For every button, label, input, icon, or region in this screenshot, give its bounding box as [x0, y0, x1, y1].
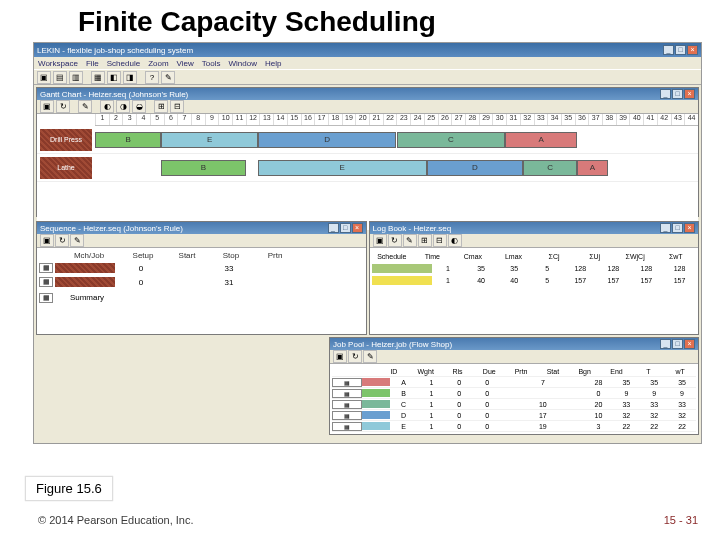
toolbar-button[interactable]: ✎	[161, 71, 175, 84]
minimize-button[interactable]: _	[663, 45, 674, 55]
gantt-bar[interactable]: D	[427, 160, 523, 176]
toolbar-button[interactable]: ▦	[91, 71, 105, 84]
job-id: A	[390, 379, 418, 386]
menu-item[interactable]: Window	[228, 59, 256, 68]
menu-item[interactable]: Workspace	[38, 59, 78, 68]
menu-item[interactable]: File	[86, 59, 99, 68]
maximize-button[interactable]: □	[675, 45, 686, 55]
job-row[interactable]: ▦D1001710323232	[332, 410, 696, 421]
toolbar-button[interactable]: ◐	[100, 100, 114, 113]
toolbar-button[interactable]: ⊟	[433, 234, 447, 247]
minimize-button[interactable]: _	[328, 223, 339, 233]
gantt-bar[interactable]: A	[577, 160, 607, 176]
ruler-tick: 24	[410, 114, 424, 125]
menu-item[interactable]: Help	[265, 59, 281, 68]
toolbar-button[interactable]: ✎	[403, 234, 417, 247]
job-row[interactable]: ▦C1001020333333	[332, 399, 696, 410]
gantt-ruler: 1234567891011121314151617181920212223242…	[95, 114, 698, 126]
job-id: C	[390, 401, 418, 408]
toolbar-button[interactable]: ▤	[53, 71, 67, 84]
toolbar-button[interactable]: ▣	[37, 71, 51, 84]
summary-icon[interactable]: ▦	[39, 293, 53, 303]
row-icon[interactable]: ▦	[39, 263, 53, 273]
close-button[interactable]: ×	[684, 223, 695, 233]
toolbar-button[interactable]: ◑	[116, 100, 130, 113]
toolbar-button[interactable]: ✎	[70, 234, 84, 247]
job-cell: 0	[445, 379, 473, 386]
minimize-button[interactable]: _	[660, 223, 671, 233]
gantt-bar[interactable]: E	[258, 160, 427, 176]
job-cell: 1	[418, 423, 446, 430]
gantt-bar[interactable]: D	[258, 132, 397, 148]
ruler-tick: 18	[328, 114, 342, 125]
log-row[interactable]: 135355128128128128	[372, 262, 697, 274]
job-row[interactable]: ▦E100193222222	[332, 421, 696, 432]
row-icon[interactable]: ▦	[332, 378, 362, 387]
job-cell: 0	[445, 423, 473, 430]
close-button[interactable]: ×	[684, 89, 695, 99]
job-cell: 0	[445, 412, 473, 419]
toolbar-button[interactable]: ▣	[333, 350, 347, 363]
close-button[interactable]: ×	[352, 223, 363, 233]
maximize-button[interactable]: □	[672, 223, 683, 233]
toolbar-button[interactable]: ◒	[132, 100, 146, 113]
maximize-button[interactable]: □	[340, 223, 351, 233]
machine-label: Lathe	[40, 157, 92, 179]
log-titlebar: Log Book - Heizer.seq _□×	[370, 222, 699, 234]
ruler-tick: 8	[191, 114, 205, 125]
gantt-bar[interactable]: E	[161, 132, 257, 148]
toolbar-button[interactable]: ?	[145, 71, 159, 84]
sequence-row[interactable]: ▦033	[39, 261, 364, 275]
job-row[interactable]: ▦A100728353535	[332, 377, 696, 388]
row-icon[interactable]: ▦	[39, 277, 53, 287]
row-icon[interactable]: ▦	[332, 389, 362, 398]
log-cell: 128	[630, 265, 663, 272]
menu-item[interactable]: Tools	[202, 59, 221, 68]
job-swatch	[362, 422, 390, 430]
toolbar-button[interactable]: ↻	[55, 234, 69, 247]
row-icon[interactable]: ▦	[332, 422, 362, 431]
toolbar-button[interactable]: ▣	[373, 234, 387, 247]
gantt-bar[interactable]: B	[95, 132, 161, 148]
menu-item[interactable]: Zoom	[148, 59, 168, 68]
toolbar-button[interactable]: ↻	[348, 350, 362, 363]
gantt-bar[interactable]: C	[397, 132, 506, 148]
bar-track: BEDCA	[95, 130, 698, 150]
row-icon[interactable]: ▦	[332, 400, 362, 409]
toolbar-button[interactable]: ↻	[56, 100, 70, 113]
menu-item[interactable]: View	[177, 59, 194, 68]
toolbar-button[interactable]: ✎	[363, 350, 377, 363]
close-button[interactable]: ×	[684, 339, 695, 349]
minimize-button[interactable]: _	[660, 89, 671, 99]
toolbar-button[interactable]: ↻	[388, 234, 402, 247]
toolbar-button[interactable]: ⊞	[418, 234, 432, 247]
toolbar-button[interactable]: ◐	[448, 234, 462, 247]
log-header: ScheduleTimeCmaxLmaxΣCjΣUjΣWjCjΣwT	[372, 250, 697, 262]
gantt-bar[interactable]: C	[523, 160, 577, 176]
toolbar-button[interactable]: ▥	[69, 71, 83, 84]
toolbar-button[interactable]: ⊟	[170, 100, 184, 113]
menu-item[interactable]: Schedule	[107, 59, 140, 68]
job-cell: 10	[585, 412, 613, 419]
toolbar-button[interactable]: ▣	[40, 234, 54, 247]
gantt-bar[interactable]: A	[505, 132, 577, 148]
log-col: Schedule	[372, 253, 413, 260]
maximize-button[interactable]: □	[672, 339, 683, 349]
minimize-button[interactable]: _	[660, 339, 671, 349]
toolbar-button[interactable]: ▣	[40, 100, 54, 113]
toolbar-button[interactable]: ✎	[78, 100, 92, 113]
ruler-tick: 13	[259, 114, 273, 125]
ruler-tick: 21	[369, 114, 383, 125]
job-cell: 35	[612, 379, 640, 386]
row-icon[interactable]: ▦	[332, 411, 362, 420]
toolbar-button[interactable]: ◨	[123, 71, 137, 84]
log-row[interactable]: 140405157157157157	[372, 274, 697, 286]
job-row[interactable]: ▦B1000999	[332, 388, 696, 399]
sequence-row[interactable]: ▦031	[39, 275, 364, 289]
gantt-bar[interactable]: B	[161, 160, 245, 176]
close-button[interactable]: ×	[687, 45, 698, 55]
main-toolbar: ▣ ▤ ▥ ▦ ◧ ◨ ? ✎	[34, 69, 701, 85]
toolbar-button[interactable]: ⊞	[154, 100, 168, 113]
maximize-button[interactable]: □	[672, 89, 683, 99]
toolbar-button[interactable]: ◧	[107, 71, 121, 84]
